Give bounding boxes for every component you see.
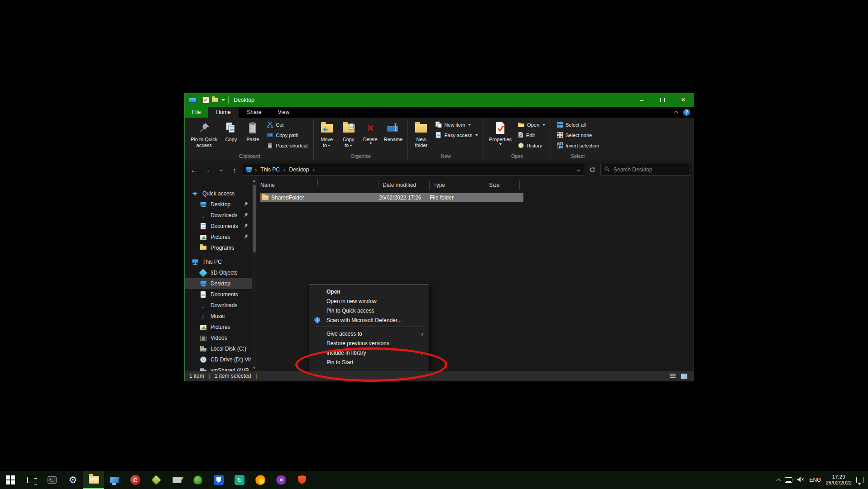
address-dropdown-chevron-icon[interactable] <box>577 168 580 171</box>
paste-button[interactable]: Paste <box>242 119 263 152</box>
scrollbar-thumb[interactable] <box>253 185 256 252</box>
help-icon[interactable]: ? <box>683 109 690 116</box>
refresh-button[interactable] <box>587 164 598 175</box>
remote-desktop-app-button[interactable] <box>104 471 125 489</box>
copy-path-button[interactable]: Copy path <box>264 130 310 140</box>
search-box[interactable] <box>600 164 690 176</box>
column-header-date-modified[interactable]: Date modified <box>379 180 430 190</box>
up-button[interactable]: ↑ <box>229 164 240 175</box>
invert-selection-button[interactable]: Invert selection <box>554 141 602 151</box>
sidebar-item-desktop-selected[interactable]: Desktop <box>185 278 252 289</box>
new-folder-button[interactable]: New folder <box>411 119 432 152</box>
column-header-size[interactable]: Size <box>485 180 520 190</box>
minimize-button[interactable]: – <box>631 93 652 107</box>
system-tool-app-button[interactable] <box>167 471 187 489</box>
details-view-button[interactable] <box>667 372 677 380</box>
maximize-button[interactable] <box>652 93 673 107</box>
forward-button[interactable]: → <box>202 164 213 175</box>
sidebar-item-local-disk-c[interactable]: Local Disk (C:) <box>185 343 252 354</box>
sidebar-item-documents[interactable]: Documents <box>185 289 252 300</box>
input-language-indicator[interactable]: ENG <box>809 477 821 483</box>
sidebar-item-3d-objects[interactable]: 3D Objects <box>185 267 252 278</box>
speaker-muted-icon[interactable] <box>797 476 805 484</box>
sidebar-item-pictures-pinned[interactable]: Pictures <box>185 232 252 242</box>
sidebar-scrollbar[interactable]: ▲ ▼ <box>252 178 257 371</box>
sidebar-item-downloads-pinned[interactable]: ↓ Downloads <box>185 210 252 221</box>
breadcrumb-this-pc[interactable]: This PC <box>259 166 281 173</box>
sidebar-item-music[interactable]: ♪ Music <box>185 311 252 322</box>
action-center-icon[interactable] <box>856 477 863 483</box>
sidebar-item-videos[interactable]: Videos <box>185 332 252 343</box>
menu-item-include-in-library[interactable]: Include in library› <box>309 348 429 357</box>
column-header-type[interactable]: Type <box>430 180 485 190</box>
rename-button[interactable]: Rename <box>382 119 405 152</box>
menu-item-scan-with-defender[interactable]: Scan with Microsoft Defender... <box>309 315 429 325</box>
qat-customize-chevron-icon[interactable] <box>221 99 225 101</box>
open-button[interactable]: Open <box>515 120 548 130</box>
column-header-name[interactable]: Name <box>257 180 379 190</box>
close-button[interactable]: × <box>673 93 694 107</box>
settings-app-button[interactable]: ⚙ <box>62 471 83 489</box>
tab-home[interactable]: Home <box>208 107 239 118</box>
terminal-app-button[interactable]: >_ <box>42 471 62 489</box>
sidebar-item-desktop-pinned[interactable]: Desktop <box>185 199 252 210</box>
sidebar-item-this-pc[interactable]: This PC <box>185 256 252 267</box>
search-input[interactable] <box>613 166 686 173</box>
menu-item-open[interactable]: Open <box>309 287 429 296</box>
history-button[interactable]: History <box>515 141 548 151</box>
menu-item-restore-previous-versions[interactable]: Restore previous versions <box>309 338 429 348</box>
qat-properties-icon[interactable] <box>203 97 209 103</box>
brave-app-button[interactable] <box>292 471 312 489</box>
easy-access-button[interactable]: Easy access <box>432 130 481 140</box>
sidebar-item-quick-access[interactable]: Quick access <box>185 188 252 199</box>
scroll-down-icon[interactable]: ▼ <box>252 366 257 371</box>
large-icons-view-button[interactable] <box>679 372 689 380</box>
file-row-sharedfolder[interactable]: SharedFolder 26/02/2022 17:26 File folde… <box>260 193 523 202</box>
new-item-button[interactable]: New item <box>432 120 481 130</box>
file-explorer-app-button[interactable] <box>83 471 104 489</box>
virtualbox-app-button[interactable] <box>146 471 167 489</box>
tray-show-hidden-icons-chevron[interactable] <box>777 479 780 482</box>
sidebar-item-documents-pinned[interactable]: Documents <box>185 221 252 232</box>
select-none-button[interactable]: Select none <box>554 130 602 140</box>
exploit-tool-app-button[interactable] <box>187 471 208 489</box>
back-button[interactable]: ← <box>188 164 199 175</box>
menu-item-pin-to-start[interactable]: Pin to Start <box>309 357 429 367</box>
sidebar-item-vmshared[interactable]: vmShared (\\VB <box>185 365 252 371</box>
bitwarden-app-button[interactable] <box>208 471 229 489</box>
task-view-button[interactable] <box>21 471 42 489</box>
menu-item-give-access-to[interactable]: Give access to› <box>309 329 429 338</box>
delete-button[interactable]: × Delete <box>360 119 381 152</box>
properties-button[interactable]: Properties <box>487 119 514 152</box>
menu-item-pin-to-quick-access[interactable]: Pin to Quick access <box>309 306 429 315</box>
move-to-button[interactable]: Move to <box>317 119 337 152</box>
recent-locations-chevron-icon[interactable] <box>216 164 226 175</box>
menu-item-open-in-new-window[interactable]: Open in new window <box>309 296 429 306</box>
clock[interactable]: 17:29 26/02/2022 <box>825 474 852 486</box>
copy-to-button[interactable]: Copy to <box>338 119 359 152</box>
sidebar-item-programs[interactable]: Programs <box>185 242 252 253</box>
firefox-app-button[interactable] <box>250 471 271 489</box>
qat-new-folder-icon[interactable] <box>212 98 218 102</box>
sidebar-item-downloads[interactable]: ↓ Downloads <box>185 300 252 311</box>
sync-app-button[interactable]: ↻ <box>229 471 250 489</box>
tor-browser-app-button[interactable] <box>271 471 292 489</box>
touch-keyboard-icon[interactable] <box>785 477 792 483</box>
tab-view[interactable]: View <box>269 107 297 118</box>
copy-button[interactable]: Copy <box>221 119 241 152</box>
select-all-button[interactable]: Select all <box>554 120 602 130</box>
breadcrumb-desktop[interactable]: Desktop <box>288 166 310 173</box>
tab-share[interactable]: Share <box>239 107 269 118</box>
address-bar[interactable]: › This PC › Desktop › <box>243 164 584 176</box>
start-button[interactable] <box>0 471 21 489</box>
ccleaner-app-button[interactable]: C <box>125 471 146 489</box>
tab-file[interactable]: File <box>185 107 208 118</box>
scroll-up-icon[interactable]: ▲ <box>252 178 257 184</box>
collapse-ribbon-icon[interactable] <box>674 110 679 115</box>
edit-button[interactable]: Edit <box>515 130 548 140</box>
cut-button[interactable]: Cut <box>264 120 310 130</box>
paste-shortcut-button[interactable]: Paste shortcut <box>264 141 310 151</box>
sidebar-item-pictures[interactable]: Pictures <box>185 322 252 332</box>
sidebar-item-cd-drive-d[interactable]: CD Drive (D:) Vir <box>185 354 252 365</box>
pin-to-quick-access-button[interactable]: Pin to Quick access <box>188 119 220 152</box>
